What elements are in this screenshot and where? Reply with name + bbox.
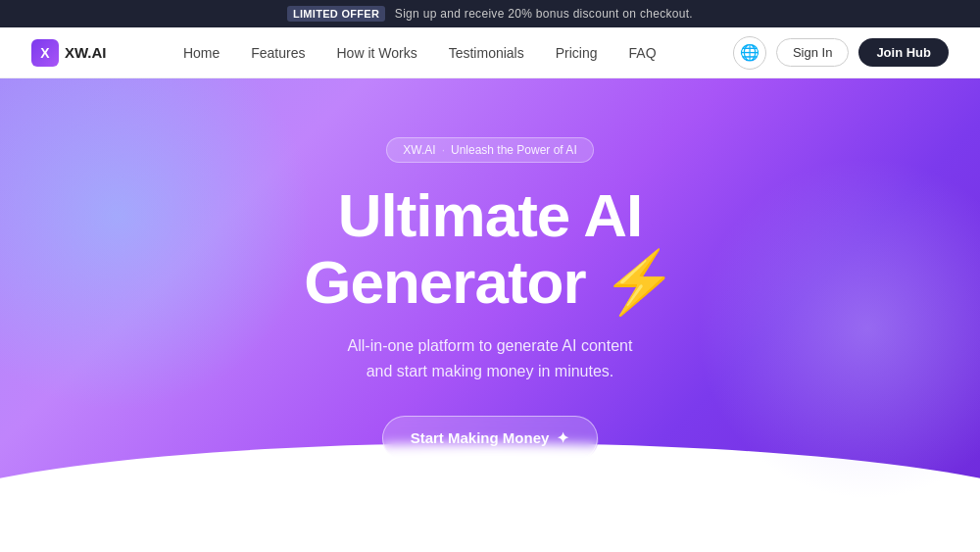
badge-separator: ·: [442, 143, 445, 157]
announcement-bar: LIMITED OFFER Sign up and receive 20% bo…: [0, 0, 980, 27]
nav-link-how-it-works[interactable]: How it Works: [336, 45, 416, 61]
cta-label: Start Making Money: [411, 429, 550, 446]
hero-badge: XW.AI · Unleash the Power of AI: [386, 137, 593, 163]
nav-item-features[interactable]: Features: [251, 44, 305, 62]
logo-text: XW.AI: [65, 44, 107, 61]
discover-link[interactable]: Discover MagicAI: [440, 480, 539, 495]
nav-link-home[interactable]: Home: [183, 45, 220, 61]
nav-item-faq[interactable]: FAQ: [629, 44, 657, 62]
hero-title-line2: Generator: [304, 248, 585, 316]
nav-right: 🌐 Sign In Join Hub: [733, 36, 949, 70]
nav-item-pricing[interactable]: Pricing: [556, 44, 598, 62]
lightning-icon: ⚡: [602, 248, 676, 316]
cta-icon: ✦: [557, 429, 569, 447]
nav-link-testimonials[interactable]: Testimonials: [449, 45, 524, 61]
offer-text: Sign up and receive 20% bonus discount o…: [395, 7, 693, 21]
language-button[interactable]: 🌐: [733, 36, 766, 70]
nav-link-features[interactable]: Features: [251, 45, 305, 61]
logo-icon: X: [31, 39, 59, 67]
hero-title: Ultimate AI Generator ⚡: [304, 182, 676, 316]
cta-button[interactable]: Start Making Money ✦: [382, 416, 599, 461]
hero-subtitle-line1: All-in-one platform to generate AI conte…: [348, 337, 633, 354]
hero-content: XW.AI · Unleash the Power of AI Ultimate…: [304, 137, 676, 495]
navbar-logo: X XW.AI: [31, 39, 107, 67]
nav-link-pricing[interactable]: Pricing: [556, 45, 598, 61]
badge-text: Unleash the Power of AI: [451, 143, 577, 157]
hero-title-line1: Ultimate AI: [338, 181, 643, 249]
hero-subtitle-line2: and start making money in minutes.: [367, 363, 614, 379]
hero-subtitle: All-in-one platform to generate AI conte…: [348, 333, 633, 383]
nav-link-faq[interactable]: FAQ: [629, 45, 657, 61]
offer-label: LIMITED OFFER: [287, 6, 385, 22]
badge-brand: XW.AI: [403, 143, 435, 157]
globe-icon: 🌐: [740, 43, 760, 62]
hero-section: XW.AI · Unleash the Power of AI Ultimate…: [0, 78, 980, 552]
joinhub-button[interactable]: Join Hub: [858, 38, 949, 67]
nav-item-home[interactable]: Home: [183, 44, 220, 62]
nav-item-how-it-works[interactable]: How it Works: [336, 44, 416, 62]
navbar: X XW.AI Home Features How it Works Testi…: [0, 27, 980, 78]
nav-links: Home Features How it Works Testimonials …: [183, 44, 657, 62]
signin-button[interactable]: Sign In: [776, 38, 849, 67]
nav-item-testimonials[interactable]: Testimonials: [449, 44, 524, 62]
